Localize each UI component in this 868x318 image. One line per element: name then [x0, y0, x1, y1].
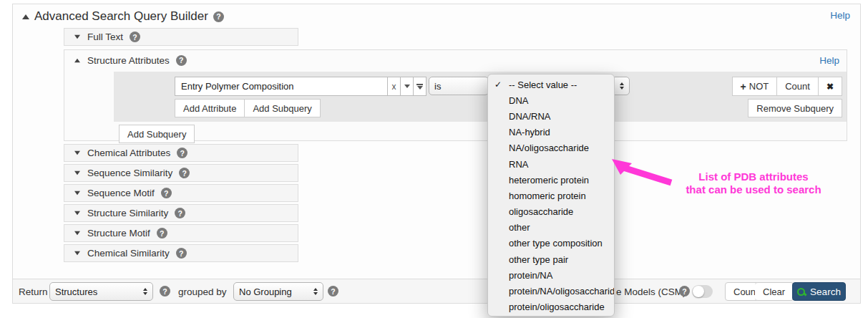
search-icon [797, 288, 805, 296]
help-question-icon[interactable]: ? [130, 32, 140, 42]
help-question-icon[interactable]: ? [679, 286, 690, 297]
add-subquery-button[interactable]: Add Subquery [245, 99, 320, 117]
section-label: Chemical Similarity [87, 248, 170, 259]
dropdown-option[interactable]: protein/NA [488, 267, 614, 283]
section-label: Structure Attributes [87, 55, 170, 66]
dropdown-option[interactable]: protein/NA/oligosaccharide [488, 283, 614, 299]
plus-icon: + [741, 81, 746, 92]
section-label: Sequence Motif [87, 188, 155, 198]
collapse-caret-icon [74, 58, 80, 62]
chevron-down-icon [74, 251, 80, 256]
dropdown-option[interactable]: homomeric protein [488, 188, 614, 203]
row-buttons: + NOT Count ✖ [732, 77, 842, 96]
footer-bar: Return Structures ? grouped by No Groupi… [13, 279, 860, 303]
chevron-down-icon [74, 151, 80, 155]
section-full-text[interactable]: Full Text ? [64, 28, 298, 46]
section-chemical-attributes[interactable]: Chemical Attributes ? [64, 144, 298, 162]
csm-toggle[interactable] [692, 285, 713, 298]
clear-attribute-button[interactable]: x [388, 77, 401, 96]
outer-add-subquery-button[interactable]: Add Subquery [119, 125, 195, 143]
help-question-icon[interactable]: ? [213, 11, 224, 22]
help-question-icon[interactable]: ? [161, 188, 172, 198]
operator-select[interactable]: is [429, 77, 489, 95]
help-question-icon[interactable]: ? [177, 148, 187, 158]
help-question-icon[interactable]: ? [160, 286, 170, 297]
panel-title: Advanced Search Query Builder ? [22, 9, 224, 24]
advanced-search-panel: Advanced Search Query Builder ? Help Ful… [12, 4, 861, 304]
dropdown-option[interactable]: other type pair [488, 251, 614, 267]
dropdown-option[interactable]: protein/oligosaccharide [488, 299, 614, 315]
return-label: Return [19, 286, 48, 297]
help-question-icon[interactable]: ? [176, 55, 187, 66]
annotation-line1: List of PDB attributes [664, 170, 843, 183]
select-stepper-icon [137, 288, 147, 295]
section-sequence-similarity[interactable]: Sequence Similarity ? [64, 164, 298, 182]
annotation-line2: that can be used to search [664, 183, 843, 196]
dropdown-option[interactable]: DNA [488, 92, 614, 108]
section-label: Sequence Similarity [87, 168, 172, 178]
advanced-search-page: Advanced Search Query Builder ? Help Ful… [0, 0, 868, 318]
return-type-select[interactable]: Structures [49, 282, 153, 301]
attribute-browse-button[interactable] [414, 77, 426, 96]
dropdown-option[interactable]: DNA/RNA [488, 108, 614, 124]
section-label: Structure Similarity [87, 208, 168, 218]
section-structure-motif[interactable]: Structure Motif ? [64, 224, 298, 242]
collapse-caret-icon[interactable] [22, 14, 29, 19]
section-chemical-similarity[interactable]: Chemical Similarity ? [64, 244, 298, 262]
grouping-select[interactable]: No Grouping [233, 282, 323, 301]
chevron-down-icon [74, 231, 80, 236]
subquery-actions: Add Attribute Add Subquery [175, 99, 321, 117]
not-button[interactable]: + NOT [732, 77, 778, 96]
help-question-icon[interactable]: ? [179, 168, 190, 178]
remove-subquery-button[interactable]: Remove Subquery [748, 99, 842, 117]
annotation-text: List of PDB attributes that can be used … [664, 170, 843, 196]
section-label: Structure Motif [87, 228, 150, 238]
clear-button[interactable]: Clear [755, 282, 794, 301]
section-label: Full Text [87, 32, 123, 42]
attribute-input[interactable] [175, 77, 388, 96]
chevron-down-icon [74, 171, 80, 175]
search-button[interactable]: Search [792, 282, 846, 301]
help-link-top[interactable]: Help [830, 10, 850, 21]
section-sequence-motif[interactable]: Sequence Motif ? [64, 184, 298, 202]
section-label: Chemical Attributes [87, 148, 170, 158]
help-question-icon[interactable]: ? [157, 228, 167, 238]
structure-attributes-header[interactable]: Structure Attributes ? Help [74, 54, 839, 67]
dropdown-option[interactable]: heteromeric protein [488, 172, 614, 188]
grouped-by-label: grouped by [178, 286, 227, 297]
remove-row-button[interactable]: ✖ [819, 77, 842, 96]
add-attribute-button[interactable]: Add Attribute [175, 99, 245, 117]
dropdown-option[interactable]: NA/oligosaccharide [488, 140, 614, 156]
row-count-button[interactable]: Count [777, 77, 819, 96]
page-title: Advanced Search Query Builder [34, 9, 208, 24]
dropdown-option[interactable]: RNA [488, 156, 614, 172]
chevron-down-icon [74, 191, 80, 196]
structure-attributes-panel: Structure Attributes ? Help x is [64, 49, 847, 141]
chevron-down-icon [74, 211, 80, 216]
help-question-icon[interactable]: ? [175, 208, 185, 218]
section-structure-similarity[interactable]: Structure Similarity ? [64, 204, 298, 222]
select-stepper-icon [614, 82, 624, 90]
dropdown-option[interactable]: other type composition [488, 236, 614, 251]
checkmark-icon: ✓ [494, 80, 502, 90]
dropdown-option[interactable]: oligosaccharide [488, 204, 614, 220]
attribute-row: x [175, 77, 426, 96]
dropdown-option[interactable]: other [488, 220, 614, 236]
help-question-icon[interactable]: ? [176, 248, 187, 259]
subquery-group: x is + NOT Count ✖ [114, 72, 847, 122]
dropdown-option-selected[interactable]: ✓ -- Select value -- [488, 77, 614, 92]
csm-label: e Models (CSM) [616, 286, 686, 297]
help-question-icon[interactable]: ? [328, 286, 338, 297]
chevron-down-icon [74, 35, 80, 39]
select-stepper-icon [308, 288, 318, 295]
value-dropdown-menu: ✓ -- Select value -- DNA DNA/RNA NA-hybr… [487, 74, 615, 317]
dropdown-option[interactable]: NA-hybrid [488, 125, 614, 140]
toggle-knob [693, 286, 704, 297]
help-link-structure-attributes[interactable]: Help [819, 55, 839, 66]
attribute-dropdown-button[interactable] [401, 77, 414, 96]
